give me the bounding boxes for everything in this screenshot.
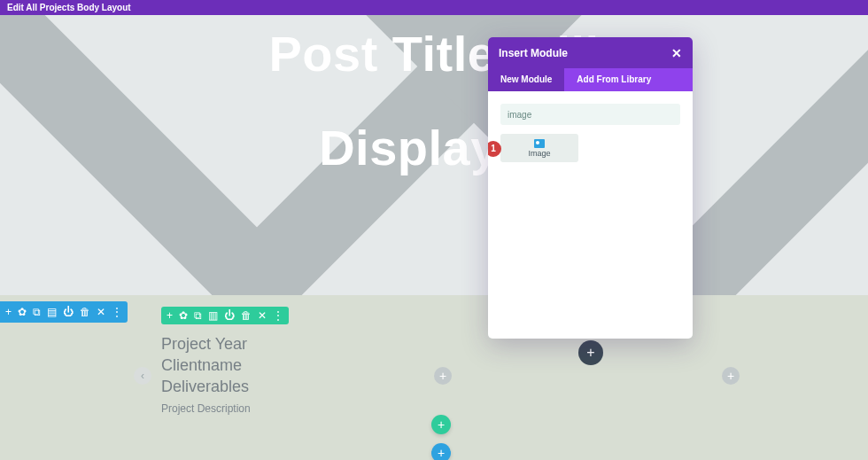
duplicate-icon[interactable]: ⧉ [194,310,202,321]
image-icon [534,139,545,148]
more-icon[interactable]: ⋮ [273,310,283,321]
row-left-handle[interactable]: ‹ [134,367,151,385]
columns-icon[interactable]: ▥ [208,310,218,321]
add-icon[interactable]: + [167,310,173,321]
project-year: Project Year [161,333,251,355]
column-add-placeholder[interactable]: + [722,367,740,385]
duplicate-icon[interactable]: ⧉ [33,307,41,317]
power-icon[interactable]: ⏻ [224,310,235,321]
section-toolbar[interactable]: + ✿ ⧉ ▤ ⏻ 🗑 ✕ ⋮ [0,301,128,323]
module-grid: 1 Image [500,134,680,162]
module-item-label: Image [528,149,550,158]
gear-icon[interactable]: ✿ [18,307,27,317]
tab-new-module[interactable]: New Module [488,68,564,91]
post-title-placeholder: Post Title Will [0,25,868,82]
trash-icon[interactable]: 🗑 [80,307,90,317]
modal-body: 1 Image [488,91,693,175]
save-icon[interactable]: ▤ [47,307,57,317]
tab-add-from-library[interactable]: Add From Library [564,68,663,91]
gear-icon[interactable]: ✿ [179,310,188,321]
hero-section: Post Title Will Display H [0,0,868,295]
builder-topbar: Edit All Projects Body Layout [0,0,868,15]
module-search-input[interactable] [500,104,680,125]
add-section-button[interactable]: + [431,443,451,460]
trash-icon[interactable]: 🗑 [241,310,252,321]
close-icon[interactable]: ✕ [258,310,267,321]
module-item-image[interactable]: 1 Image [500,134,578,162]
close-icon[interactable]: ✕ [97,307,105,317]
add-icon[interactable]: + [5,307,12,317]
close-icon[interactable]: ✕ [671,46,682,60]
row-toolbar[interactable]: + ✿ ⧉ ▥ ⏻ 🗑 ✕ ⋮ [161,307,289,324]
modal-tabs: New Module Add From Library [488,68,693,91]
modal-title: Insert Module [499,47,568,59]
power-icon[interactable]: ⏻ [63,307,74,317]
project-text-module[interactable]: Project Year Clientname Deliverables Pro… [161,333,251,415]
display-subtitle: Display H [0,119,868,176]
topbar-title: Edit All Projects Body Layout [7,3,131,12]
column-add-placeholder[interactable]: + [434,367,452,385]
project-client: Clientname [161,355,251,376]
more-icon[interactable]: ⋮ [112,307,122,317]
insert-module-modal: Insert Module ✕ New Module Add From Libr… [488,37,693,339]
step-badge: 1 [488,141,501,157]
project-deliverables: Deliverables [161,376,251,397]
project-description: Project Description [161,402,251,415]
add-module-button[interactable]: + [578,340,603,365]
add-row-button[interactable]: + [431,415,451,434]
modal-header: Insert Module ✕ [488,37,693,68]
